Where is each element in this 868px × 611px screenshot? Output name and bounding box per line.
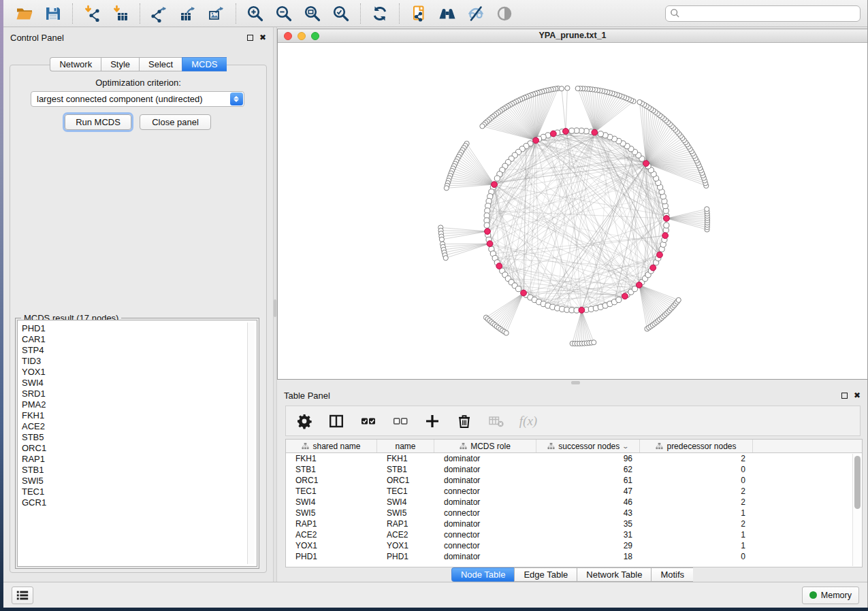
table-row[interactable]: ACE2 ACE2 connector 31 1 — [286, 529, 862, 540]
zoom-selected-button[interactable] — [327, 2, 355, 25]
control-panel-tab[interactable]: Style — [101, 57, 139, 71]
splitter-handle[interactable] — [274, 299, 276, 317]
table-tab[interactable]: Node Table — [451, 567, 515, 582]
mcds-result-item[interactable]: PHD1 — [22, 323, 257, 334]
mcds-result-item[interactable]: TEC1 — [22, 486, 257, 497]
network-search-button[interactable] — [433, 2, 462, 25]
splitter-handle[interactable] — [571, 381, 580, 384]
network-node[interactable] — [616, 297, 622, 303]
mcds-hub-node[interactable] — [487, 241, 493, 247]
mcds-hub-node[interactable] — [622, 293, 628, 299]
mcds-hub-node[interactable] — [579, 307, 585, 313]
table-scrollbar[interactable] — [852, 454, 861, 566]
network-node[interactable] — [565, 86, 570, 90]
mcds-hub-node[interactable] — [496, 263, 502, 269]
table-row[interactable]: YOX1 YOX1 connector 29 1 — [286, 540, 862, 551]
delete-column-button[interactable] — [451, 410, 477, 433]
mcds-hub-node[interactable] — [492, 182, 498, 188]
mcds-hub-node[interactable] — [521, 290, 527, 296]
table-row[interactable]: SWI4 SWI4 dominator 46 2 — [286, 497, 862, 508]
table-column-header[interactable]: successor nodes ⌄ — [536, 440, 640, 452]
zoom-window-button[interactable] — [311, 32, 319, 40]
network-node[interactable] — [637, 99, 642, 104]
table-row[interactable]: ORC1 ORC1 dominator 61 0 — [286, 475, 862, 486]
network-node[interactable] — [484, 222, 489, 228]
network-node[interactable] — [504, 331, 509, 335]
run-mcds-button[interactable]: Run MCDS — [65, 114, 131, 130]
network-node[interactable] — [592, 340, 596, 345]
mcds-result-item[interactable]: STP4 — [22, 345, 257, 356]
mcds-result-item[interactable]: RAP1 — [22, 454, 257, 465]
mcds-result-item[interactable]: TID3 — [22, 356, 257, 367]
network-node[interactable] — [494, 176, 500, 181]
network-node[interactable] — [559, 86, 564, 91]
mcds-result-item[interactable]: YOX1 — [22, 367, 257, 378]
zoom-out-button[interactable] — [270, 2, 298, 25]
network-node[interactable] — [664, 222, 669, 228]
network-node[interactable] — [480, 124, 485, 129]
show-hidden-button[interactable] — [490, 2, 519, 25]
network-node[interactable] — [439, 237, 444, 242]
network-canvas[interactable] — [278, 43, 867, 379]
delete-table-button[interactable] — [483, 410, 509, 433]
table-row[interactable]: SWI5 SWI5 connector 43 1 — [286, 508, 862, 518]
unselect-all-button[interactable] — [387, 410, 413, 433]
mcds-result-item[interactable]: GCR1 — [22, 497, 257, 508]
mcds-result-item[interactable]: STB5 — [22, 432, 257, 443]
table-options-button[interactable] — [291, 410, 317, 433]
table-tab[interactable]: Network Table — [577, 567, 651, 582]
float-panel-icon[interactable] — [247, 35, 253, 41]
close-panel-button[interactable]: Close panel — [140, 114, 211, 130]
task-history-button[interactable] — [12, 587, 33, 604]
mcds-result-item[interactable]: SWI5 — [22, 476, 257, 486]
mcds-result-item[interactable]: CAR1 — [22, 334, 257, 345]
mcds-hub-node[interactable] — [657, 252, 663, 258]
import-table-button[interactable] — [106, 2, 135, 25]
table-scrollbar-thumb[interactable] — [854, 456, 861, 509]
mcds-hub-node[interactable] — [662, 233, 669, 239]
network-node[interactable] — [444, 186, 449, 191]
horizontal-splitter[interactable] — [277, 380, 867, 385]
table-column-header[interactable]: shared name — [286, 440, 377, 452]
table-row[interactable]: FKH1 FKH1 dominator 96 2 — [286, 453, 862, 464]
mcds-result-item[interactable]: STB1 — [22, 465, 257, 476]
mcds-result-item[interactable]: SRD1 — [22, 389, 257, 399]
table-row[interactable]: PHD1 PHD1 dominator 18 0 — [286, 551, 862, 562]
share-document-button[interactable] — [404, 2, 433, 25]
close-window-button[interactable] — [284, 32, 292, 40]
hide-visual-properties-button[interactable] — [462, 2, 490, 25]
network-node[interactable] — [515, 286, 521, 292]
zoom-in-button[interactable] — [241, 2, 270, 25]
float-panel-icon[interactable] — [841, 393, 848, 399]
close-panel-icon[interactable]: ✖ — [854, 392, 861, 399]
table-tab[interactable]: Motifs — [651, 567, 693, 582]
network-node[interactable] — [443, 256, 448, 261]
add-column-button[interactable] — [419, 410, 445, 433]
network-node[interactable] — [569, 128, 575, 133]
open-session-button[interactable] — [10, 2, 39, 25]
control-panel-tab[interactable]: Select — [139, 57, 182, 71]
mcds-hub-node[interactable] — [485, 229, 491, 235]
table-column-header[interactable]: MCDS role — [434, 440, 536, 452]
select-all-button[interactable] — [355, 410, 381, 433]
mcds-hub-node[interactable] — [636, 282, 642, 288]
mcds-result-item[interactable]: FKH1 — [22, 410, 257, 421]
mcds-hub-node[interactable] — [650, 265, 656, 271]
export-table-button[interactable] — [174, 2, 202, 25]
mcds-result-item[interactable]: ACE2 — [22, 421, 257, 432]
mcds-hub-node[interactable] — [664, 216, 670, 222]
mcds-list-scrollbar[interactable] — [247, 323, 255, 564]
refresh-layout-button[interactable] — [366, 2, 394, 25]
function-builder-button[interactable]: f(x) — [515, 410, 541, 433]
minimize-window-button[interactable] — [298, 32, 306, 40]
mcds-hub-node[interactable] — [643, 161, 649, 167]
network-node[interactable] — [598, 131, 603, 137]
mcds-hub-node[interactable] — [550, 131, 556, 137]
import-network-button[interactable] — [78, 2, 106, 25]
export-network-button[interactable] — [145, 2, 174, 25]
export-image-button[interactable] — [202, 2, 231, 25]
mcds-result-item[interactable]: PMA2 — [22, 399, 257, 410]
mcds-hub-node[interactable] — [592, 129, 598, 135]
control-panel-tab[interactable]: Network — [50, 57, 101, 71]
table-row[interactable]: STB1 STB1 dominator 62 0 — [286, 464, 862, 475]
